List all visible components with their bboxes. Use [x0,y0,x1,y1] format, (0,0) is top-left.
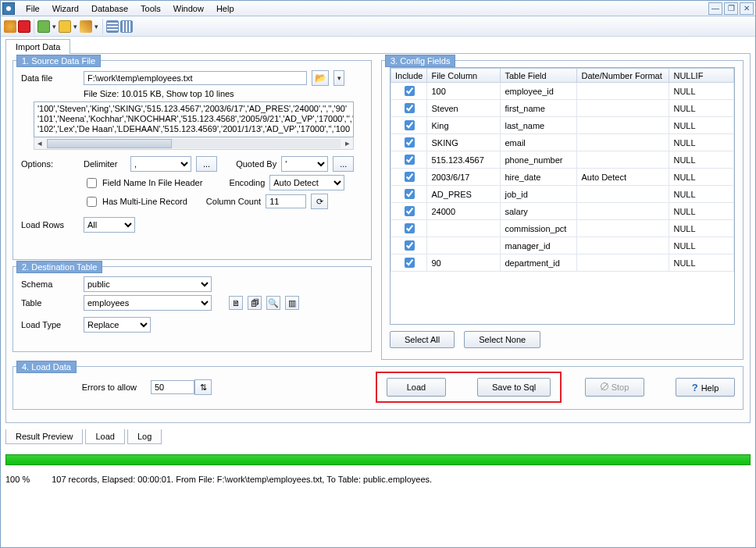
tab-load[interactable]: Load [85,429,124,444]
column-count-input[interactable] [266,194,306,208]
errors-spinner[interactable]: ⇅ [194,379,212,395]
include-checkbox[interactable] [405,223,415,233]
legend-config: 3. Config Fields [385,55,455,67]
tb-dropdown-5[interactable] [94,20,99,33]
delimiter-select[interactable]: , [130,156,191,172]
multi-line-checkbox[interactable] [87,197,97,207]
delimiter-more-button[interactable]: ... [196,156,217,172]
errors-to-allow-input[interactable] [151,380,194,394]
cell-nullif: NULL [669,220,734,237]
tab-log[interactable]: Log [127,429,162,444]
table-select[interactable]: employees [84,295,212,311]
status-message: 107 records, Elapsed: 00:00:01. From Fil… [52,475,432,484]
tb-dropdown-4[interactable] [73,20,78,33]
tb-icon-1[interactable] [4,20,16,33]
col-file-column[interactable]: File Column [427,69,501,83]
select-none-button[interactable]: Select None [464,331,540,348]
menu-database[interactable]: Database [85,2,134,15]
data-file-input[interactable] [84,71,307,85]
cell-table-field: employee_id [501,83,577,100]
table-row[interactable]: 90department_idNULL [391,254,734,272]
legend-load: 4. Load Data [16,361,77,373]
include-checkbox[interactable] [405,189,415,199]
tb-icon-6[interactable] [106,20,119,33]
table-icon-1[interactable]: 🗎 [229,296,243,310]
table-row[interactable]: Stevenfirst_nameNULL [391,100,734,117]
col-nullif[interactable]: NULLIF [669,69,734,83]
select-all-button[interactable]: Select All [390,331,455,348]
include-checkbox[interactable] [405,103,415,113]
cell-table-field: department_id [501,254,577,272]
col-table-field[interactable]: Table Field [501,69,577,83]
cell-format [577,134,669,151]
include-checkbox[interactable] [405,120,415,130]
include-checkbox[interactable] [405,137,415,148]
table-row[interactable]: 100employee_idNULL [391,83,734,100]
maximize-button[interactable]: ❐ [724,2,738,15]
cell-nullif: NULL [669,151,734,169]
help-button[interactable]: ?Help [676,378,735,397]
menu-help[interactable]: Help [210,2,241,15]
quoted-by-more-button[interactable]: ... [333,156,354,172]
menu-window[interactable]: Window [167,2,210,15]
tb-icon-2[interactable] [18,20,30,33]
data-file-dropdown[interactable] [333,70,344,86]
include-checkbox[interactable] [405,172,415,182]
table-row[interactable]: 2003/6/17hire_dateAuto DetectNULL [391,169,734,186]
menu-wizard[interactable]: Wizard [46,2,85,15]
save-to-sql-button[interactable]: Save to Sql [477,378,551,397]
schema-select[interactable]: public [84,276,212,292]
menu-tools[interactable]: Tools [134,2,167,15]
table-row[interactable]: 24000salaryNULL [391,203,734,220]
label-quoted-by: Quoted By [236,159,276,169]
app-icon [2,2,15,15]
tab-import-data[interactable]: Import Data [5,39,70,54]
menu-file[interactable]: File [20,2,46,15]
quoted-by-select[interactable]: ' [281,156,328,172]
tb-icon-5[interactable] [80,20,92,33]
cell-file-column: King [427,117,501,134]
cell-table-field: commission_pct [501,220,577,237]
menu-bar: File Wizard Database Tools Window Help —… [1,1,755,16]
table-row[interactable]: AD_PRESjob_idNULL [391,186,734,203]
cell-table-field: email [501,134,577,151]
load-type-select[interactable]: Replace [84,317,151,333]
table-row[interactable]: SKINGemailNULL [391,134,734,151]
col-include[interactable]: Include [391,69,427,83]
cell-table-field: manager_id [501,237,577,254]
table-row[interactable]: manager_idNULL [391,237,734,254]
table-icon-4[interactable]: ▥ [285,296,299,310]
include-checkbox[interactable] [405,258,415,268]
tb-icon-7[interactable] [120,20,133,33]
label-field-name-header: Field Name In File Header [102,178,202,187]
config-table-wrap: Include File Column Table Field Date/Num… [390,67,735,325]
include-checkbox[interactable] [405,206,415,216]
load-rows-select[interactable]: All [84,217,135,233]
cell-nullif: NULL [669,203,734,220]
load-button[interactable]: Load [387,378,446,397]
minimize-button[interactable]: — [708,2,722,15]
preview-scrollbar[interactable]: ◂▸ [34,137,354,150]
tb-icon-3[interactable] [37,20,50,33]
table-icon-3[interactable]: 🔍 [266,296,280,310]
table-row[interactable]: commission_pctNULL [391,220,734,237]
encoding-select[interactable]: Auto Detect [269,175,344,190]
browse-button[interactable] [312,70,329,86]
cell-file-column: AD_PRES [427,186,501,203]
include-checkbox[interactable] [405,155,415,165]
main-panel: 1. Source Data File Data file File Size:… [5,53,751,423]
cell-file-column: 2003/6/17 [427,169,501,186]
cell-table-field: salary [501,203,577,220]
col-format[interactable]: Date/Number Format [577,69,669,83]
include-checkbox[interactable] [405,240,415,251]
tab-result-preview[interactable]: Result Preview [5,429,83,444]
column-count-refresh-button[interactable]: ⟳ [311,194,328,209]
field-name-header-checkbox[interactable] [87,178,97,188]
table-row[interactable]: 515.123.4567phone_numberNULL [391,151,734,169]
close-button[interactable]: ✕ [740,2,754,15]
include-checkbox[interactable] [405,86,415,96]
tb-icon-4[interactable] [59,20,71,33]
tb-dropdown-3[interactable] [52,20,57,33]
table-row[interactable]: Kinglast_nameNULL [391,117,734,134]
table-icon-2[interactable]: 🗐 [248,296,262,310]
